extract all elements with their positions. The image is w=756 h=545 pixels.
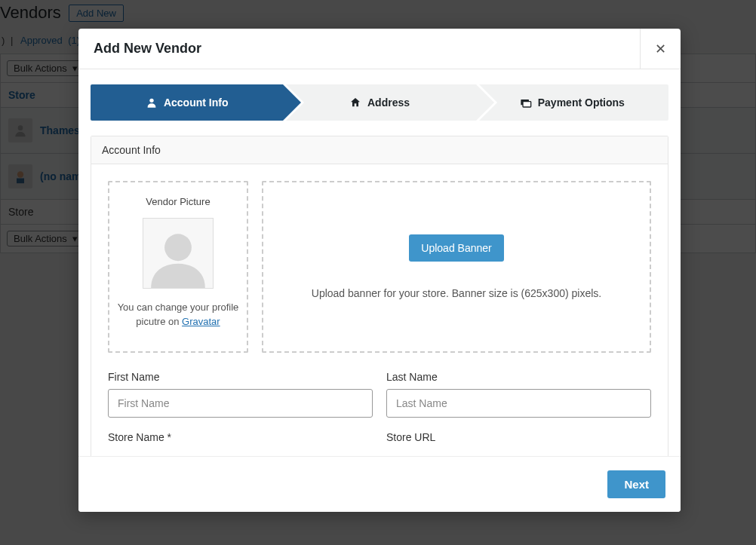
step-account-info[interactable]: Account Info (91, 84, 283, 121)
first-name-label: First Name (108, 371, 373, 383)
home-icon (349, 96, 361, 109)
upload-banner-button[interactable]: Upload Banner (409, 234, 503, 262)
panel-header: Account Info (91, 136, 668, 164)
banner-hint: Upload banner for your store. Banner siz… (312, 287, 601, 299)
svg-point-3 (149, 99, 153, 103)
svg-point-6 (164, 234, 192, 261)
store-banner-box: Upload Banner Upload banner for your sto… (262, 181, 651, 353)
modal-body: Account Info Address Payment Options Acc… (78, 69, 681, 456)
modal-header: Add New Vendor ✕ (78, 29, 681, 69)
close-icon: ✕ (655, 41, 666, 57)
avatar-placeholder[interactable] (143, 218, 214, 289)
vendor-picture-box: Vendor Picture You can change your profi… (108, 181, 248, 353)
step-payment-options[interactable]: Payment Options (476, 84, 668, 121)
modal-title: Add New Vendor (78, 41, 217, 57)
next-button[interactable]: Next (607, 470, 665, 498)
store-url-label: Store URL (386, 431, 651, 443)
wizard-stepper: Account Info Address Payment Options (91, 84, 668, 121)
close-button[interactable]: ✕ (640, 29, 681, 69)
last-name-label: Last Name (386, 371, 651, 383)
panel-body: Vendor Picture You can change your profi… (91, 164, 668, 456)
last-name-input[interactable] (386, 389, 651, 418)
add-vendor-modal: Add New Vendor ✕ Account Info Address Pa… (78, 29, 681, 512)
step-address[interactable]: Address (283, 84, 475, 121)
avatar-placeholder-icon (146, 223, 211, 288)
vendor-picture-hint: You can change your profile picutre on G… (117, 301, 239, 329)
first-name-input[interactable] (108, 389, 373, 418)
gravatar-link[interactable]: Gravatar (182, 316, 220, 327)
store-name-label: Store Name * (108, 431, 373, 443)
payment-icon (520, 96, 532, 109)
user-icon (146, 96, 158, 109)
svg-rect-5 (523, 102, 531, 107)
vendor-picture-title: Vendor Picture (146, 196, 210, 207)
modal-footer: Next (78, 456, 681, 512)
account-info-panel: Account Info Vendor Picture You can chan… (91, 136, 668, 456)
